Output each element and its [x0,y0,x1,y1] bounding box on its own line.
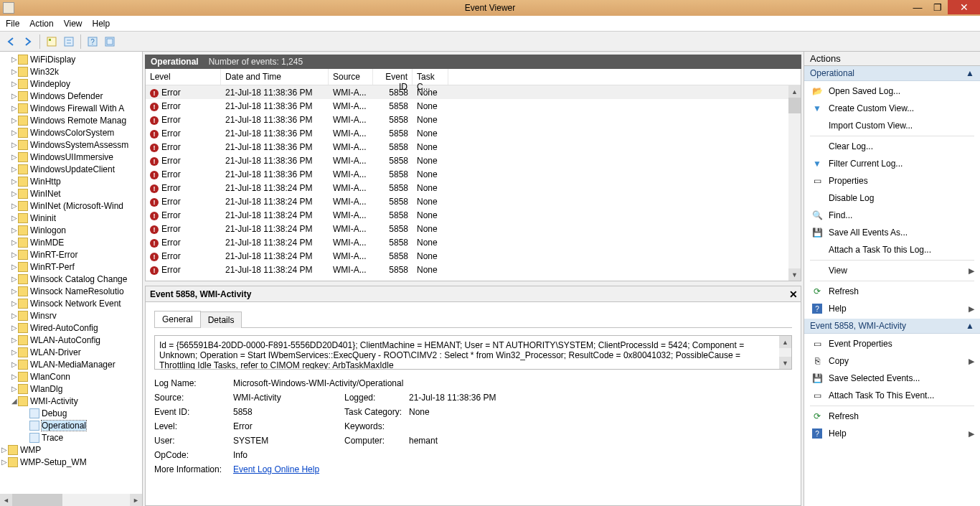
tree-item[interactable]: ▷WinINet [0,187,142,200]
more-info-link[interactable]: Event Log Online Help [233,464,319,474]
table-row[interactable]: !Error21-Jul-18 11:38:24 PMWMI-A...5858N… [146,222,801,235]
val-user: SYSTEM [233,436,344,446]
vertical-scrollbar[interactable]: ▲▼ [788,85,801,281]
tree-item[interactable]: ▷WlanConn [0,370,142,383]
tree-item[interactable]: ▷Windows Firewall With A [0,102,142,114]
tree-item[interactable]: ▷WindowsSystemAssessm [0,139,142,151]
horizontal-scrollbar[interactable]: ◄► [0,494,142,506]
col-source[interactable]: Source [329,69,373,85]
table-row[interactable]: !Error21-Jul-18 11:38:24 PMWMI-A...5858N… [146,249,801,263]
tree-item-child[interactable]: Trace [0,431,142,444]
col-date[interactable]: Date and Time [221,69,329,85]
action-item[interactable]: Attach a Task To this Log... [804,241,980,258]
tree-item[interactable]: ▷Winsrv [0,309,142,322]
toolbar-icon-2[interactable] [61,34,77,50]
table-row[interactable]: !Error21-Jul-18 11:38:36 PMWMI-A...5858N… [146,140,801,154]
table-row[interactable]: !Error21-Jul-18 11:38:36 PMWMI-A...5858N… [146,167,801,181]
col-task[interactable]: Task C... [413,69,448,85]
log-icon [29,433,39,443]
action-item[interactable]: Import Custom View... [804,117,980,134]
action-item[interactable]: ?Help▶ [804,425,980,442]
action-item[interactable]: ⟳Refresh [804,283,980,300]
tree-item[interactable]: ▷WMP [0,444,142,456]
table-row[interactable]: !Error21-Jul-18 11:38:36 PMWMI-A...5858N… [146,154,801,167]
action-item[interactable]: ⟳Refresh [804,408,980,425]
actions-section-operational[interactable]: Operational▲ [804,66,980,81]
table-row[interactable]: !Error21-Jul-18 11:38:24 PMWMI-A...5858N… [146,208,801,222]
action-item[interactable]: ▼Filter Current Log... [804,155,980,172]
tree-item[interactable]: ▷Wired-AutoConfig [0,322,142,334]
tree-item[interactable]: ▷WinRT-Perf [0,261,142,273]
action-item[interactable]: ▭Properties [804,172,980,189]
table-row[interactable]: !Error21-Jul-18 11:38:24 PMWMI-A...5858N… [146,235,801,249]
help-button[interactable]: ? [85,34,100,50]
menu-action[interactable]: Action [29,19,53,29]
forward-button[interactable] [20,34,36,50]
action-item[interactable]: 📂Open Saved Log... [804,83,980,100]
tree-item-child[interactable]: Debug [0,407,142,419]
table-row[interactable]: !Error21-Jul-18 11:38:36 PMWMI-A...5858N… [146,99,801,113]
minimize-button[interactable]: — [908,0,928,14]
table-row[interactable]: !Error21-Jul-18 11:38:24 PMWMI-A...5858N… [146,195,801,208]
tree-item[interactable]: ▷Windeploy [0,78,142,90]
action-item[interactable]: 💾Save All Events As... [804,224,980,241]
tree-item[interactable]: ▷Winsock Network Event [0,297,142,309]
tree-item[interactable]: ▷WindowsUpdateClient [0,163,142,175]
maximize-button[interactable]: ❐ [928,0,948,14]
toolbar-icon-4[interactable] [102,34,118,50]
menu-help[interactable]: Help [93,19,110,29]
tab-general[interactable]: General [154,311,201,327]
lbl-computer: Computer: [344,436,409,446]
tree-item[interactable]: ▷Windows Remote Manag [0,114,142,126]
tree-item[interactable]: ▷WLAN-MediaManager [0,358,142,370]
tree-item[interactable]: ▷WindowsUIImmersive [0,151,142,163]
menu-file[interactable]: File [6,19,19,29]
close-button[interactable]: ✕ [948,0,980,14]
tree-item[interactable]: ▷WinRT-Error [0,248,142,261]
table-row[interactable]: !Error21-Jul-18 11:38:24 PMWMI-A...5858N… [146,263,801,276]
table-row[interactable]: !Error21-Jul-18 11:38:36 PMWMI-A...5858N… [146,85,801,99]
action-item[interactable]: ▭Attach Task To This Event... [804,387,980,404]
actions-section-event[interactable]: Event 5858, WMI-Activity▲ [804,319,980,334]
tree-item[interactable]: ▷Winlogon [0,224,142,236]
tree-item[interactable]: ▷WLAN-AutoConfig [0,334,142,346]
tree-item[interactable]: ▷WinMDE [0,236,142,248]
tree-item[interactable]: ▷WinINet (Microsoft-Wind [0,200,142,212]
tree-item[interactable]: ▷Windows Defender [0,90,142,102]
table-row[interactable]: !Error21-Jul-18 11:38:36 PMWMI-A...5858N… [146,113,801,126]
tree-item[interactable]: ▷Wininit [0,212,142,224]
action-item[interactable]: 🔍Find... [804,207,980,224]
menu-view[interactable]: View [64,19,83,29]
action-item[interactable]: Clear Log... [804,138,980,155]
table-row[interactable]: !Error21-Jul-18 11:38:36 PMWMI-A...5858N… [146,126,801,140]
tree-item-wmi[interactable]: ◢WMI-Activity [0,395,142,407]
description-scrollbar[interactable]: ▲▼ [779,336,791,369]
action-item[interactable]: ?Help▶ [804,300,980,317]
action-item[interactable]: ⎘Copy▶ [804,352,980,370]
tree-item[interactable]: ▷Winsock NameResolutio [0,285,142,297]
back-button[interactable] [3,34,19,50]
lbl-opcode: OpCode: [154,450,233,460]
action-item[interactable]: Disable Log [804,189,980,207]
col-level[interactable]: Level [146,69,221,85]
tree-item[interactable]: ▷WinHttp [0,175,142,187]
action-label: View [829,266,847,276]
tree-item[interactable]: ▷WLAN-Driver [0,346,142,358]
action-item[interactable]: 💾Save Selected Events... [804,370,980,387]
col-eventid[interactable]: Event ID [373,69,413,85]
table-row[interactable]: !Error21-Jul-18 11:38:24 PMWMI-A...5858N… [146,181,801,195]
tree-item[interactable]: ▷WlanDlg [0,383,142,395]
tree-item[interactable]: ▷WMP-Setup_WM [0,456,142,468]
tree-item[interactable]: ▷Win32k [0,65,142,78]
tree-item[interactable]: ▷WiFiDisplay [0,53,142,65]
action-item[interactable]: ▼Create Custom View... [804,100,980,117]
detail-close-button[interactable]: ✕ [789,289,798,300]
tab-details[interactable]: Details [200,311,242,328]
action-item[interactable]: View▶ [804,262,980,279]
action-item[interactable]: ▭Event Properties [804,335,980,352]
show-tree-button[interactable] [44,34,60,50]
tree-item[interactable]: ▷Winsock Catalog Change [0,273,142,285]
tree-item-child[interactable]: Operational [0,419,142,431]
tree-item[interactable]: ▷WindowsColorSystem [0,126,142,139]
description-box[interactable]: Id = {565591B4-20DD-0000-F891-5556DD20D4… [154,335,792,370]
